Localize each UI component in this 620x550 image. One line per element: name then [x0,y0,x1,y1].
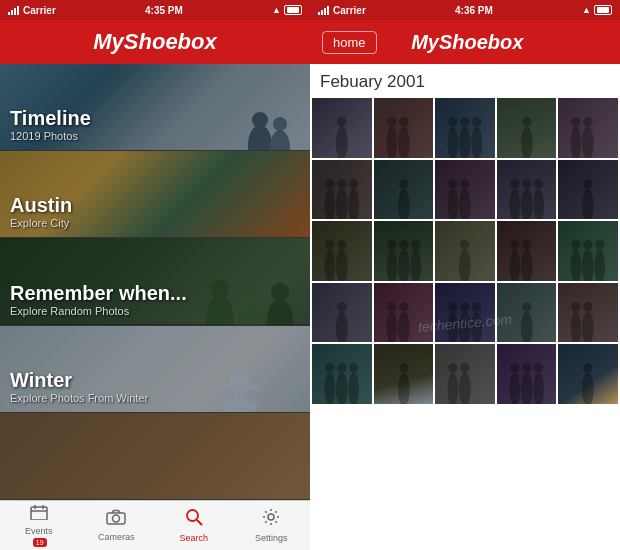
thumb-silhouette [435,98,495,158]
thumb-silhouette [497,344,557,404]
svg-point-112 [448,373,459,404]
photo-thumb-19[interactable] [497,283,557,343]
svg-point-40 [571,127,582,158]
svg-point-76 [509,250,520,281]
thumb-silhouette [374,221,434,281]
svg-point-33 [448,117,458,127]
photo-thumb-10[interactable] [558,160,618,220]
photo-thumb-11[interactable] [312,221,372,281]
photo-thumb-20[interactable] [558,283,618,343]
photo-thumb-23[interactable] [435,344,495,404]
thumb-silhouette [558,283,618,343]
svg-point-53 [448,179,458,189]
home-button[interactable]: home [322,31,377,54]
svg-point-81 [572,240,582,250]
svg-point-103 [337,364,347,374]
photo-thumb-22[interactable] [374,344,434,404]
right-status-bar: Carrier 4:36 PM ▲ [310,0,620,20]
svg-point-51 [460,179,470,189]
carrier-right: Carrier [333,5,366,16]
photo-thumb-8[interactable] [435,160,495,220]
remember-subtitle: Explore Random Photos [10,305,187,317]
svg-point-96 [521,311,533,342]
photo-thumb-17[interactable] [374,283,434,343]
timeline-labels: Timeline 12019 Photos [10,107,91,142]
photo-thumb-5[interactable] [558,98,618,158]
menu-item-timeline[interactable]: Timeline 12019 Photos [0,64,310,151]
tab-settings[interactable]: Settings [233,508,311,543]
svg-point-10 [222,397,258,412]
camera-svg [106,509,126,525]
austin-subtitle: Explore City [10,217,72,229]
svg-point-100 [571,311,582,342]
svg-point-35 [472,117,482,127]
tab-cameras[interactable]: Cameras [78,509,156,542]
photo-thumb-6[interactable] [312,160,372,220]
svg-point-115 [522,364,532,374]
svg-point-93 [448,302,458,312]
svg-point-69 [387,240,397,250]
photo-thumb-21[interactable] [312,344,372,404]
search-svg [185,508,203,526]
svg-point-77 [510,240,520,250]
photo-thumb-14[interactable] [497,221,557,281]
photo-thumb-9[interactable] [497,160,557,220]
photo-thumb-25[interactable] [558,344,618,404]
thumb-silhouette [497,283,557,343]
svg-point-43 [337,179,347,189]
photo-thumb-16[interactable] [312,283,372,343]
right-status-left: Carrier [318,5,366,16]
tab-cameras-wrap: Cameras [78,501,156,550]
photo-thumb-3[interactable] [435,98,495,158]
menu-item-austin[interactable]: Austin Explore City [0,151,310,238]
thumb-silhouette [312,283,372,343]
tab-search[interactable]: Search [155,508,233,543]
thumb-silhouette [435,160,495,220]
gear-svg [262,508,280,526]
svg-point-32 [448,127,459,158]
svg-point-75 [522,240,532,250]
photo-grid-container: techentice.com [310,96,620,550]
svg-point-87 [399,302,409,312]
svg-point-110 [459,373,471,404]
svg-point-71 [411,240,421,250]
svg-point-47 [349,179,359,189]
svg-point-73 [460,240,470,250]
svg-point-49 [399,179,409,189]
tab-events[interactable]: Events 19 [0,504,78,547]
battery-icon [284,5,302,15]
photo-thumb-24[interactable] [497,344,557,404]
photo-thumb-1[interactable] [312,98,372,158]
svg-point-85 [337,302,347,312]
svg-point-8 [267,298,293,325]
svg-point-108 [397,373,409,404]
svg-point-114 [521,373,533,404]
menu-item-remember[interactable]: Remember when... Explore Random Photos [0,238,310,325]
photo-thumb-15[interactable] [558,221,618,281]
right-status-right: ▲ [582,5,612,15]
photo-thumb-12[interactable] [374,221,434,281]
right-wifi-icon: ▲ [582,5,591,15]
tab-search-wrap: Search [155,501,233,550]
thumb-silhouette [558,344,618,404]
photo-thumb-7[interactable] [374,160,434,220]
photo-grid [310,96,620,406]
photo-thumb-13[interactable] [435,221,495,281]
photo-thumb-18[interactable] [435,283,495,343]
menu-item-winter[interactable]: Winter Explore Photos From Winter [0,326,310,413]
svg-point-41 [572,117,582,127]
svg-point-70 [410,250,421,281]
menu-item-extra[interactable] [0,413,310,500]
settings-label: Settings [255,533,288,543]
svg-point-98 [582,311,594,342]
thumb-silhouette [312,160,372,220]
svg-point-102 [336,373,348,404]
photo-thumb-2[interactable] [374,98,434,158]
svg-point-84 [336,311,348,342]
thumb-silhouette [312,344,372,404]
svg-point-97 [522,302,532,312]
svg-point-94 [472,311,483,342]
photo-thumb-4[interactable] [497,98,557,158]
svg-point-57 [510,179,520,189]
svg-point-20 [113,515,120,522]
